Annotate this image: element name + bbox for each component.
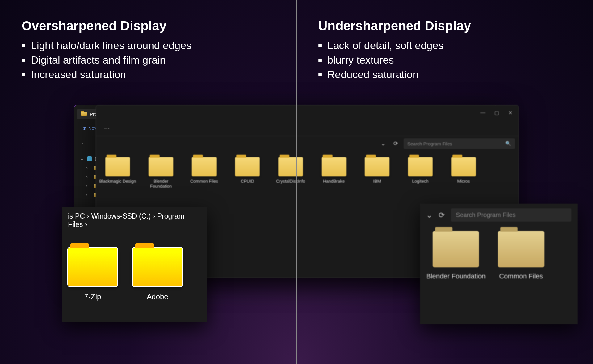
right-title: Undersharpened Display — [318, 19, 593, 33]
left-title: Oversharpened Display — [22, 19, 296, 33]
right-bullets: Lack of detail, soft edges blurry textur… — [318, 40, 593, 81]
chevron-down-icon[interactable]: ⌄ — [426, 211, 432, 220]
folder-item-zoomed[interactable]: Adobe — [133, 248, 182, 301]
search-icon: 🔍 — [505, 141, 511, 146]
folder-item[interactable]: Logitech — [402, 157, 439, 189]
folder-icon — [133, 248, 182, 286]
folder-icon — [365, 157, 389, 176]
folder-icon — [278, 157, 303, 176]
chevron-right-icon: › — [86, 183, 90, 188]
panel-divider — [296, 0, 297, 364]
maximize-button[interactable]: ▢ — [494, 110, 499, 116]
plus-circle-icon: ⊕ — [82, 125, 86, 131]
search-input[interactable]: Search Program Files 🔍 — [404, 138, 515, 149]
folder-item[interactable]: Common Files — [186, 157, 223, 189]
folder-icon — [81, 112, 87, 116]
folder-item[interactable]: HandBrake — [315, 157, 352, 189]
chevron-right-icon: › — [86, 165, 90, 170]
bullet-item: Reduced saturation — [318, 69, 593, 81]
zoom-inset-oversharpened: is PC › Windows-SSD (C:) › Program Files… — [62, 207, 207, 322]
folder-icon — [498, 231, 544, 267]
chevron-right-icon: › — [86, 174, 90, 179]
folder-item[interactable]: CrystalDiskInfo — [272, 157, 309, 189]
folder-icon — [408, 157, 433, 176]
more-icon[interactable]: ⋯ — [101, 125, 113, 132]
chevron-down-icon[interactable]: ⌄ — [378, 140, 388, 147]
refresh-icon[interactable]: ⟳ — [391, 140, 401, 147]
bullet-item: Lack of detail, soft edges — [318, 40, 593, 52]
folder-item[interactable]: CPUID — [229, 157, 266, 189]
folder-icon — [105, 157, 130, 176]
search-input-zoomed[interactable]: Search Program Files — [451, 208, 571, 222]
close-button[interactable]: ✕ — [508, 110, 512, 116]
bullet-item: blurry textures — [318, 54, 593, 66]
bullet-item: Increased saturation — [22, 69, 296, 81]
folder-icon — [451, 157, 476, 176]
minimize-button[interactable]: — — [480, 110, 485, 116]
folder-item[interactable]: Blender Foundation — [142, 157, 179, 189]
folder-item-zoomed[interactable]: 7-Zip — [68, 248, 117, 301]
chevron-down-icon: ⌄ — [80, 156, 84, 161]
back-button[interactable]: ← — [78, 140, 89, 147]
folder-item[interactable]: IBM — [359, 157, 396, 189]
folder-icon — [235, 157, 260, 176]
refresh-icon[interactable]: ⟳ — [439, 211, 445, 220]
bullet-item: Digital artifacts and film grain — [22, 54, 296, 66]
zoom-inset-undersharpened: ⌄ ⟳ Search Program Files Blender Foundat… — [420, 204, 578, 324]
address-bar: ⌄ ⟳ Search Program Files 🔍 — [96, 136, 519, 151]
folder-icon — [322, 157, 346, 176]
left-bullets: Light halo/dark lines around edges Digit… — [22, 40, 296, 81]
document-icon — [87, 156, 92, 161]
bullet-item: Light halo/dark lines around edges — [22, 40, 296, 52]
folder-item[interactable]: Blackmagic Design — [99, 157, 136, 189]
chevron-right-icon: › — [86, 192, 90, 197]
folder-item[interactable]: Micros — [445, 157, 482, 189]
folder-item-zoomed[interactable]: Common Files — [498, 231, 544, 280]
toolbar: ⋯ — [96, 120, 519, 136]
folder-icon — [68, 248, 117, 286]
folder-icon — [149, 157, 173, 176]
titlebar: — ▢ ✕ — [96, 105, 519, 120]
breadcrumb-zoomed: is PC › Windows-SSD (C:) › Program Files… — [68, 212, 201, 229]
folder-item-zoomed[interactable]: Blender Foundation — [426, 231, 486, 280]
folder-icon — [192, 157, 217, 176]
folder-icon — [433, 231, 479, 267]
